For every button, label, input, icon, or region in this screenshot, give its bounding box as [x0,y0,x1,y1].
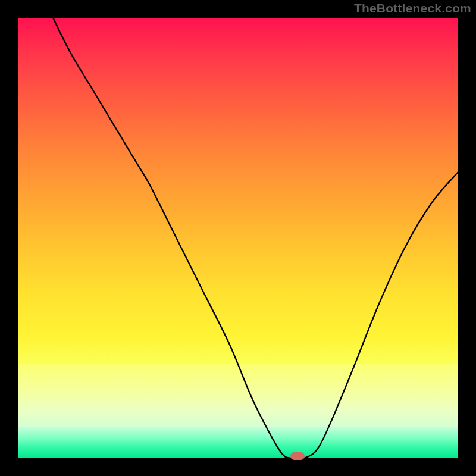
optimal-marker [290,452,305,460]
plot-area [18,18,458,458]
watermark-text: TheBottleneck.com [354,1,471,15]
chart-frame: TheBottleneck.com [0,0,476,476]
bottleneck-curve [18,18,458,458]
